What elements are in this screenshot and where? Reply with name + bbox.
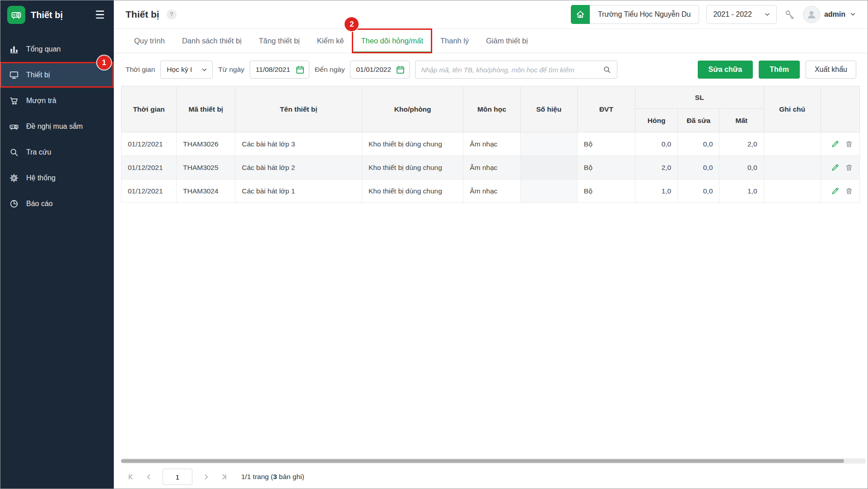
username: admin [824, 10, 845, 19]
school-year-select[interactable]: 2021 - 2022 [706, 5, 776, 24]
table-row[interactable]: 01/12/2021 THAM3025 Các bài hát lớp 2 Kh… [121, 156, 860, 179]
tab-danh-sach-thiet-bi[interactable]: Danh sách thiết bị [173, 29, 250, 53]
tab-thanh-ly[interactable]: Thanh lý [432, 29, 477, 53]
last-page-icon [219, 472, 228, 481]
cell-lost: 0,0 [719, 156, 764, 179]
sidebar-item-tra-cuu[interactable]: Tra cứu [0, 139, 114, 165]
key-button[interactable] [784, 9, 796, 20]
home-icon [575, 9, 585, 19]
sidebar-item-muon-tra[interactable]: Mượn trả [0, 88, 114, 113]
col-header-repaired: Đã sửa [678, 109, 719, 132]
to-date-input[interactable] [356, 66, 395, 74]
calendar-icon[interactable] [295, 65, 305, 75]
cell-name: Các bài hát lớp 2 [235, 156, 362, 179]
sidebar-menu: Tổng quan 1 Thiết bị Mượn trả Đề ngh [0, 30, 114, 216]
pagination: 1/1 trang (3 bản ghi) [114, 465, 868, 489]
next-page-button[interactable] [199, 470, 213, 484]
calendar-icon[interactable] [396, 65, 405, 75]
cell-code: THAM3025 [177, 156, 235, 179]
search-icon [9, 147, 19, 157]
search-icon[interactable] [603, 66, 611, 74]
chevron-down-icon [764, 11, 771, 18]
col-header-serial: Số hiệu [520, 86, 577, 132]
cell-room: Kho thiết bị dùng chung [362, 132, 463, 156]
col-header-unit: ĐVT [577, 86, 635, 132]
topbar: Thiết bị ? Trường Tiểu Học Nguyễn Du 202… [114, 0, 868, 29]
cart-icon [9, 96, 19, 106]
tab-quy-trinh[interactable]: Quy trình [126, 29, 173, 53]
semester-select[interactable]: Học kỳ I [160, 61, 213, 79]
col-header-qty-group: SL [635, 86, 764, 109]
tab-kiem-ke[interactable]: Kiểm kê [308, 29, 353, 53]
col-header-name: Tên thiết bị [235, 86, 362, 132]
col-header-code: Mã thiết bị [177, 86, 235, 132]
table-row[interactable]: 01/12/2021 THAM3024 Các bài hát lớp 1 Kh… [121, 179, 860, 203]
from-date-field [250, 61, 309, 79]
cell-actions [821, 156, 859, 179]
projector-logo-icon [11, 9, 22, 20]
tab-giam-thiet-bi[interactable]: Giảm thiết bị [477, 29, 537, 53]
col-header-lost: Mất [719, 109, 764, 132]
cell-subject: Âm nhạc [463, 156, 520, 179]
sidebar-item-thiet-bi[interactable]: 1 Thiết bị [0, 62, 114, 88]
sidebar-item-label: Tra cứu [26, 148, 51, 156]
sidebar-item-label: Hệ thống [26, 174, 56, 182]
bar-chart-icon [9, 44, 19, 54]
cell-lost: 1,0 [719, 179, 764, 203]
prev-page-icon [145, 472, 154, 481]
time-filter-label: Thời gian [126, 66, 155, 74]
sidebar-item-label: Tổng quan [26, 45, 61, 53]
avatar [803, 6, 820, 23]
sidebar-item-bao-cao[interactable]: Báo cáo [0, 191, 114, 216]
repair-button[interactable]: Sửa chữa [698, 61, 753, 79]
scrollbar-thumb[interactable] [121, 459, 844, 463]
cell-repaired: 0,0 [678, 179, 719, 203]
user-menu[interactable]: admin [803, 6, 856, 23]
filter-actions: Sửa chữa Thêm Xuất khẩu [698, 61, 857, 79]
delete-icon[interactable] [843, 162, 855, 174]
sidebar-item-label: Mượn trả [26, 97, 56, 105]
pagination-info: 1/1 trang (3 bản ghi) [241, 473, 304, 481]
sidebar-item-tong-quan[interactable]: Tổng quan [0, 36, 114, 62]
edit-icon[interactable] [830, 185, 841, 197]
cell-note [764, 132, 821, 156]
sidebar-item-label: Thiết bị [26, 71, 50, 79]
filterbar: Thời gian Học kỳ I Từ ngày Đến ngày [114, 53, 868, 85]
tab-label: Theo dõi hỏng/mất [361, 37, 423, 45]
table-row[interactable]: 01/12/2021 THAM3026 Các bài hát lớp 3 Kh… [121, 132, 860, 156]
key-icon [784, 9, 796, 20]
edit-icon[interactable] [830, 162, 841, 174]
tab-theo-doi-hong-mat[interactable]: 2 Theo dõi hỏng/mất [352, 29, 432, 53]
prev-page-button[interactable] [142, 470, 156, 484]
next-page-icon [201, 472, 210, 481]
app-logo [7, 6, 25, 24]
help-button[interactable]: ? [167, 9, 177, 19]
page-number-input[interactable] [163, 469, 192, 485]
equipment-table-wrap: Thời gian Mã thiết bị Tên thiết bị Kho/p… [114, 85, 868, 456]
app-title: Thiết bị [31, 10, 88, 20]
school-selector[interactable]: Trường Tiểu Học Nguyễn Du [571, 5, 700, 24]
sidebar-item-de-nghi-mua-sam[interactable]: Đề nghị mua sắm [0, 113, 114, 139]
sidebar: Thiết bị ☰ Tổng quan 1 Thiết bị [0, 0, 114, 489]
app-root: Thiết bị ☰ Tổng quan 1 Thiết bị [0, 0, 868, 489]
search-input[interactable] [421, 66, 599, 74]
cell-unit: Bộ [577, 132, 635, 156]
home-button[interactable] [571, 5, 590, 24]
last-page-button[interactable] [216, 470, 230, 484]
cell-repaired: 0,0 [678, 156, 719, 179]
sidebar-item-he-thong[interactable]: Hệ thống [0, 165, 114, 191]
cell-time: 01/12/2021 [121, 132, 177, 156]
from-date-input[interactable] [256, 66, 294, 74]
add-button[interactable]: Thêm [759, 61, 800, 79]
cell-serial [520, 132, 577, 156]
col-header-note: Ghi chú [764, 86, 821, 132]
delete-icon[interactable] [843, 138, 855, 150]
semester-value: Học kỳ I [167, 66, 192, 74]
chevron-down-icon [849, 11, 856, 18]
export-button[interactable]: Xuất khẩu [806, 61, 856, 79]
first-page-button[interactable] [125, 470, 139, 484]
menu-toggle-icon[interactable]: ☰ [93, 9, 107, 21]
edit-icon[interactable] [830, 138, 841, 150]
tab-tang-thiet-bi[interactable]: Tăng thiết bị [250, 29, 308, 53]
delete-icon[interactable] [843, 185, 855, 197]
